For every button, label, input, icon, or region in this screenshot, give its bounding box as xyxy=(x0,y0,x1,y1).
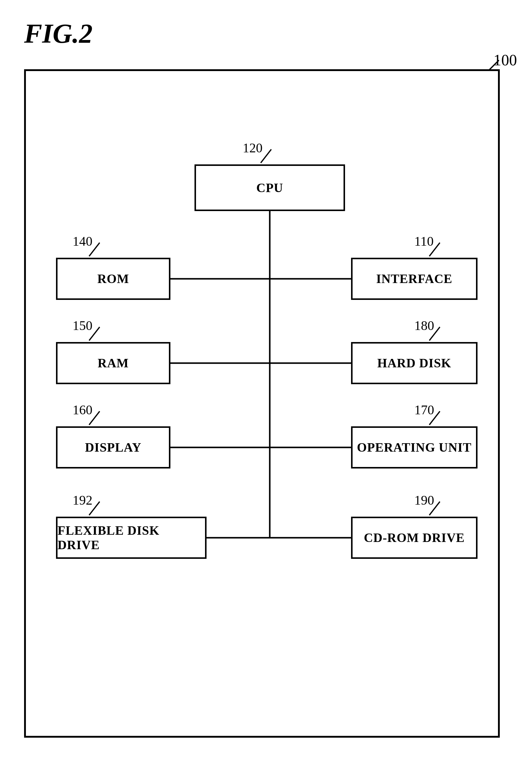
rom-label: ROM xyxy=(97,271,129,286)
ram-box: RAM xyxy=(56,342,170,384)
display-label: DISPLAY xyxy=(85,440,141,455)
page: FIG.2 100 xyxy=(0,0,532,775)
ram-label: RAM xyxy=(97,356,128,370)
cdrom-box: CD-ROM DRIVE xyxy=(351,517,478,559)
ref-tick-120 xyxy=(258,148,276,166)
svg-line-16 xyxy=(429,411,440,425)
ref-tick-190 xyxy=(426,500,444,518)
interface-label: INTERFACE xyxy=(376,271,452,286)
svg-line-13 xyxy=(89,327,100,340)
svg-line-10 xyxy=(261,149,271,163)
fdd-label: FLEXIBLE DISK DRIVE xyxy=(57,523,205,552)
cdrom-label: CD-ROM DRIVE xyxy=(364,531,465,545)
svg-line-12 xyxy=(429,243,440,256)
fdd-box: FLEXIBLE DISK DRIVE xyxy=(56,517,206,559)
ref-tick-170 xyxy=(426,410,444,428)
svg-line-11 xyxy=(89,243,100,256)
ref-tick-192 xyxy=(86,500,104,518)
svg-line-14 xyxy=(429,327,440,340)
ref-tick-150 xyxy=(86,325,104,343)
opunit-box: OPERATING UNIT xyxy=(351,426,478,469)
ref-tick-110 xyxy=(426,241,444,259)
harddisk-box: HARD DISK xyxy=(351,342,478,384)
cpu-box: CPU xyxy=(194,164,345,211)
display-box: DISPLAY xyxy=(56,426,170,469)
ref-tick-180 xyxy=(426,325,444,343)
rom-box: ROM xyxy=(56,258,170,300)
outer-box: CPU ROM INTERFACE RAM HARD DISK DISPLAY … xyxy=(24,69,500,738)
ref-tick-140 xyxy=(86,241,104,259)
svg-line-15 xyxy=(89,411,100,425)
interface-box: INTERFACE xyxy=(351,258,478,300)
harddisk-label: HARD DISK xyxy=(377,356,451,370)
ref-tick-160 xyxy=(86,410,104,428)
figure-title: FIG.2 xyxy=(24,18,93,49)
opunit-label: OPERATING UNIT xyxy=(357,440,472,455)
svg-line-18 xyxy=(429,502,440,515)
svg-line-17 xyxy=(89,502,100,515)
cpu-label: CPU xyxy=(256,181,283,195)
